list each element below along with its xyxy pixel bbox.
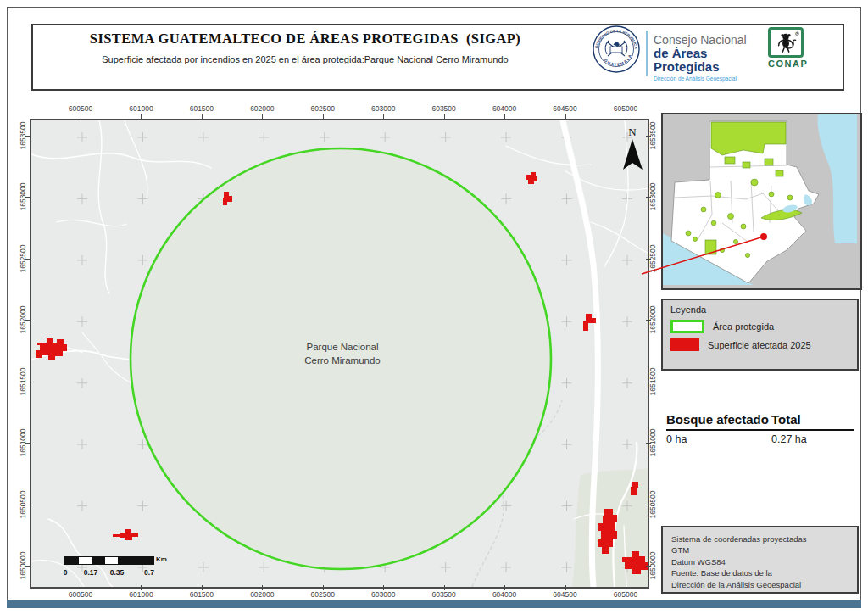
legend-item: Superficie afectada 2025 [670,338,849,351]
conap-logo: R CONAP [768,27,804,69]
credits-line: Fuente: Base de datos de la [671,567,849,578]
inset-locator-map [661,113,862,290]
legend-item: Área protegida [670,320,849,333]
org-subunit-label: Dirección de Análisis Geoespacial [654,75,765,81]
coordinate-system-credits: Sistema de coordenadas proyectadasGTMDat… [661,526,859,594]
logo-divider [646,31,648,76]
credits-line: Dirección de la Análisis Geoespacial [671,579,849,590]
protected-area-label-line2: Cerro Miramundo [304,355,380,366]
org-name-line2: de Áreas Protegidas [654,47,765,74]
scale-label-0: 0 [64,568,68,577]
protected-area-swatch [670,320,704,333]
fire-patch [113,534,120,537]
summary-col1-header: Bosque afectado [666,412,771,427]
legend-items: Área protegidaSuperficie afectada 2025 [670,320,849,351]
affected-forest-summary: Bosque afectado Total 0 ha 0.27 ha [666,412,854,445]
page-title: SISTEMA GUATEMALTECO DE ÁREAS PROTEGIDAS… [51,31,559,47]
scale-label-07: 0.7 [144,568,154,577]
main-map: Parque Nacional Cerro Miramundo N [31,120,648,587]
main-map-frame: Parque Nacional Cerro Miramundo N [30,119,649,589]
summary-col2-header: Total [771,412,854,427]
credits-line: GTM [671,544,849,555]
legend: Leyenda Área protegidaSuperficie afectad… [661,299,859,371]
legend-item-label: Área protegida [713,321,774,332]
conap-logo-label: CONAP [768,59,804,69]
legend-title: Leyenda [670,304,849,315]
scale-label-035: 0.35 [110,568,125,577]
guatemala-government-seal-logo: GOBIERNO DE LA REPÚBLICA GUATEMALA [593,25,640,73]
credits-line: Datum WGS84 [671,556,849,567]
north-arrow-label: N [628,126,637,138]
affected-area-swatch [670,338,699,351]
scale-bar-unit: Km [156,555,167,563]
summary-col2-value: 0.27 ha [771,433,854,445]
conap-monkey-icon: R [768,27,804,58]
page-subtitle: Superficie afectada por incendios en 202… [51,54,559,64]
protected-area-label-line1: Parque Nacional [306,342,378,352]
bottom-accent-bar [7,600,861,608]
legend-item-label: Superficie afectada 2025 [708,340,811,350]
summary-col1-value: 0 ha [666,433,771,445]
map-document-page: SISTEMA GUATEMALTECO DE ÁREAS PROTEGIDAS… [0,0,868,614]
conap-org-name: Consejo Nacional de Áreas Protegidas Dir… [654,34,765,82]
credits-line: Sistema de coordenadas proyectadas [671,533,849,544]
org-name-line1: Consejo Nacional [654,34,765,47]
scale-label-017: 0.17 [84,568,98,577]
scale-bar [64,556,154,565]
svg-text:R: R [796,32,798,36]
